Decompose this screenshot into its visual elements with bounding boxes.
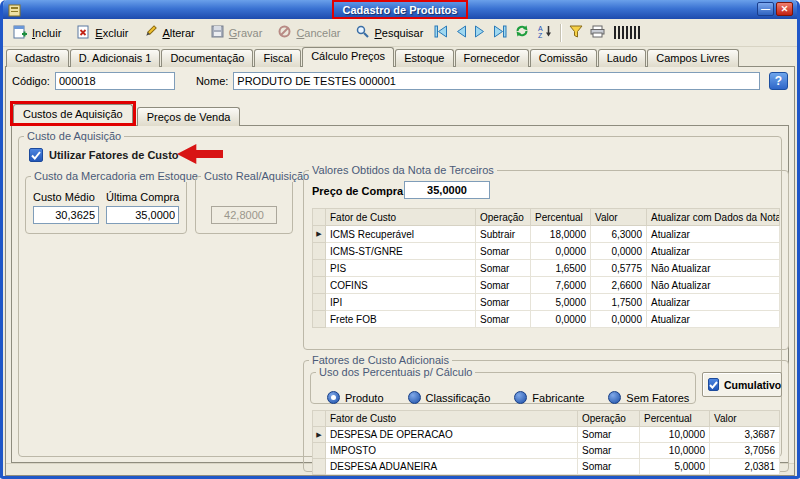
table-cell: Somar — [578, 427, 640, 443]
utilizar-fatores-label: Utilizar Fatores de Custo — [49, 149, 179, 161]
table-row[interactable]: ▶DESPESA DE OPERACAOSomar10,00003,3687 — [313, 427, 780, 443]
sub-tab-bar: Custos de Aquisição Preços de Venda — [6, 101, 794, 126]
nav-prev-icon — [455, 25, 467, 41]
nome-label: Nome: — [196, 75, 228, 87]
table-cell: 0,5775 — [591, 260, 647, 277]
radio-produto-control[interactable] — [327, 391, 340, 404]
save-disk-icon — [210, 24, 225, 41]
gravar-button[interactable]: Gravar — [203, 20, 270, 45]
table-cell: IPI — [326, 294, 476, 311]
table-cell: 2,6600 — [591, 277, 647, 294]
column-header[interactable]: Atualizar com Dados da Nota — [647, 209, 780, 226]
subtab-precos-venda[interactable]: Preços de Venda — [137, 107, 241, 126]
column-header[interactable]: Operação — [476, 209, 531, 226]
nome-input[interactable] — [233, 72, 760, 90]
table-row[interactable]: ICMS-ST/GNRESomar0,00000,0000Atualizar — [313, 243, 780, 260]
table-row[interactable]: COFINSSomar7,60002,6600Não Atualizar — [313, 277, 780, 294]
window-controls: — ✕ — [757, 2, 793, 16]
tab-documentacao[interactable]: Documentação — [161, 49, 253, 67]
radio-fabricante[interactable]: Fabricante — [514, 391, 584, 404]
gravar-label: Gravar — [229, 27, 263, 39]
filter-funnel-icon — [569, 25, 583, 41]
percent-usage-radio-row: Produto Classificação Fabricante — [327, 391, 689, 404]
nav-prev-button[interactable] — [452, 22, 470, 44]
table-cell: Não Atualizar — [647, 260, 780, 277]
utilizar-fatores-checkbox[interactable] — [29, 148, 43, 162]
tab-d-adicionais-1[interactable]: D. Adicionais 1 — [70, 49, 161, 67]
nav-next-button[interactable] — [471, 22, 489, 44]
filter-button[interactable] — [566, 22, 586, 44]
tab-fornecedor[interactable]: Fornecedor — [455, 49, 529, 67]
nav-first-button[interactable] — [431, 22, 451, 44]
tab-fiscal[interactable]: Fiscal — [254, 49, 301, 67]
row-marker-header — [313, 209, 326, 226]
row-marker-cell — [313, 294, 326, 311]
radio-sem-fatores[interactable]: Sem Fatores — [608, 391, 689, 404]
titlebar[interactable]: Cadastro de Produtos — ✕ — [3, 0, 797, 19]
table-cell: Não Atualizar — [647, 277, 780, 294]
alterar-button[interactable]: Alterar — [136, 20, 201, 45]
refresh-button[interactable] — [511, 21, 533, 44]
cancelar-button[interactable]: Cancelar — [270, 20, 347, 45]
column-header[interactable]: Fator de Custo — [326, 209, 476, 226]
table-row[interactable]: IMPOSTOSomar10,00003,7056 — [313, 443, 780, 459]
help-button[interactable]: ? — [769, 72, 788, 90]
print-button[interactable] — [587, 22, 608, 44]
radio-fabricante-control[interactable] — [514, 391, 527, 404]
tab-campos-livres[interactable]: Campos Livres — [647, 49, 738, 67]
row-marker-cell: ▶ — [313, 427, 326, 443]
cumulativo-box[interactable]: Cumulativo — [702, 372, 782, 397]
table-row[interactable]: ▶ICMS RecuperávelSubtrair18,00006,3000At… — [313, 226, 780, 243]
close-button[interactable]: ✕ — [776, 2, 793, 16]
new-record-icon — [13, 24, 28, 41]
edit-pencil-icon — [143, 24, 158, 41]
nav-last-button[interactable] — [490, 22, 510, 44]
incluir-button[interactable]: Incluir — [6, 20, 68, 45]
table-cell: 10,0000 — [640, 427, 710, 443]
table-row[interactable]: IPISomar5,00001,7500Atualizar — [313, 294, 780, 311]
table-row[interactable]: PISSomar1,65000,5775Não Atualizar — [313, 260, 780, 277]
table-cell: 0,0000 — [531, 311, 591, 328]
custo-medio-input[interactable] — [33, 206, 99, 224]
table-cell: Subtrair — [476, 226, 531, 243]
alterar-label: Alterar — [162, 27, 194, 39]
column-header[interactable]: Percentual — [531, 209, 591, 226]
column-header[interactable]: Operação — [578, 411, 640, 427]
column-header[interactable]: Valor — [710, 411, 780, 427]
table-cell: 5,0000 — [531, 294, 591, 311]
table-row[interactable]: DESPESA ADUANEIRASomar5,00002,0381 — [313, 459, 780, 475]
radio-classificacao[interactable]: Classificação — [408, 391, 491, 404]
excluir-button[interactable]: Excluir — [69, 20, 135, 45]
subtab-custos-aquisicao[interactable]: Custos de Aquisição — [13, 104, 133, 123]
tab-cadastro[interactable]: Cadastro — [6, 49, 69, 67]
custo-mercadoria-group: Custo da Mercadoria em Estoque Custo Méd… — [25, 170, 187, 234]
table-row[interactable]: Frete FOBSomar0,00000,0000Atualizar — [313, 311, 780, 328]
pesquisar-button[interactable]: Pesquisar — [348, 20, 430, 45]
row-marker-header — [313, 411, 326, 427]
additional-factors-table[interactable]: Fator de CustoOperaçãoPercentualValor▶DE… — [312, 410, 780, 475]
tab-laudo[interactable]: Laudo — [598, 49, 647, 67]
table-cell: 0,0000 — [591, 311, 647, 328]
check-icon — [709, 381, 718, 389]
radio-sem-fatores-control[interactable] — [608, 391, 621, 404]
cadastro-produtos-window: Cadastro de Produtos — ✕ Incluir Excluir… — [0, 0, 800, 479]
tab-estoque[interactable]: Estoque — [395, 49, 453, 67]
column-header[interactable]: Valor — [591, 209, 647, 226]
tab-comissao[interactable]: Comissão — [530, 49, 597, 67]
table-cell: PIS — [326, 260, 476, 277]
table-cell: 7,6000 — [531, 277, 591, 294]
sort-button[interactable]: AZ — [534, 21, 556, 44]
cumulativo-checkbox[interactable] — [708, 378, 719, 391]
tab-calculo-precos[interactable]: Cálculo Preços — [302, 47, 394, 67]
svg-text:A: A — [538, 25, 543, 32]
ultima-compra-input[interactable] — [106, 206, 179, 224]
column-header[interactable]: Percentual — [640, 411, 710, 427]
preco-compra-input[interactable] — [404, 181, 490, 199]
column-header[interactable]: Fator de Custo — [326, 411, 578, 427]
minimize-button[interactable]: — — [757, 2, 774, 16]
radio-classificacao-control[interactable] — [408, 391, 421, 404]
radio-produto-label: Produto — [345, 392, 384, 404]
codigo-input[interactable] — [55, 72, 175, 90]
nota-factors-table[interactable]: Fator de CustoOperaçãoPercentualValorAtu… — [312, 208, 780, 328]
radio-produto[interactable]: Produto — [327, 391, 384, 404]
